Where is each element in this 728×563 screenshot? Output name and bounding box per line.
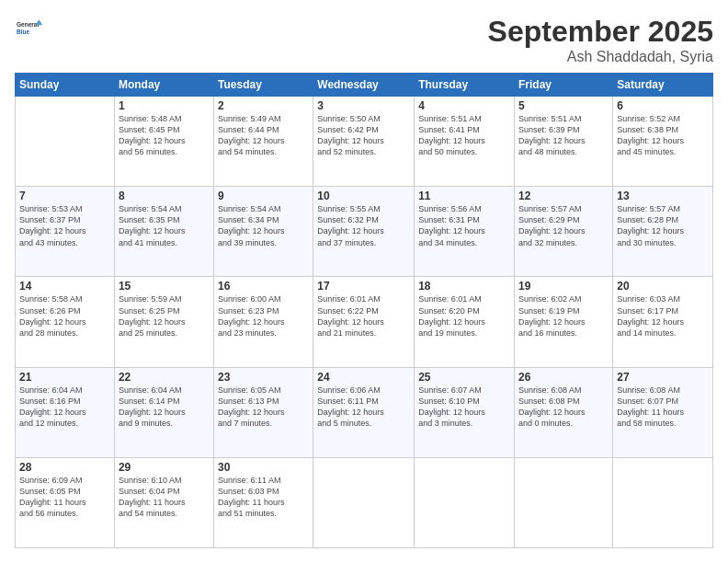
day-number: 28 [19, 461, 110, 474]
day-number: 29 [119, 461, 210, 474]
day-info: Sunrise: 5:48 AM Sunset: 6:45 PM Dayligh… [119, 113, 210, 158]
day-number: 30 [218, 461, 309, 474]
day-cell [313, 457, 415, 547]
day-cell: 9Sunrise: 5:54 AM Sunset: 6:34 PM Daylig… [214, 187, 313, 277]
day-info: Sunrise: 5:49 AM Sunset: 6:44 PM Dayligh… [218, 113, 309, 158]
day-info: Sunrise: 6:01 AM Sunset: 6:20 PM Dayligh… [418, 293, 510, 339]
day-cell: 17Sunrise: 6:01 AM Sunset: 6:22 PM Dayli… [313, 277, 415, 367]
day-info: Sunrise: 6:06 AM Sunset: 6:11 PM Dayligh… [317, 385, 410, 430]
day-info: Sunrise: 6:01 AM Sunset: 6:22 PM Dayligh… [317, 293, 410, 339]
day-number: 12 [518, 190, 609, 202]
day-number: 7 [19, 190, 110, 202]
day-cell [415, 457, 515, 547]
title-block: September 2025 Ash Shaddadah, Syria [488, 15, 713, 65]
day-info: Sunrise: 6:04 AM Sunset: 6:14 PM Dayligh… [119, 385, 210, 430]
day-number: 18 [418, 280, 510, 293]
header-saturday: Saturday [613, 74, 713, 97]
day-number: 23 [218, 371, 309, 384]
header-thursday: Thursday [415, 74, 515, 97]
day-cell: 28Sunrise: 6:09 AM Sunset: 6:05 PM Dayli… [16, 457, 115, 547]
header-wednesday: Wednesday [313, 74, 415, 97]
day-cell: 22Sunrise: 6:04 AM Sunset: 6:14 PM Dayli… [114, 367, 213, 457]
day-number: 6 [617, 99, 709, 112]
day-number: 22 [119, 371, 210, 384]
day-cell: 18Sunrise: 6:01 AM Sunset: 6:20 PM Dayli… [415, 277, 515, 367]
day-cell: 3Sunrise: 5:50 AM Sunset: 6:42 PM Daylig… [313, 97, 415, 187]
day-number: 25 [418, 371, 510, 384]
day-cell: 8Sunrise: 5:54 AM Sunset: 6:35 PM Daylig… [114, 187, 213, 277]
calendar-table: Sunday Monday Tuesday Wednesday Thursday… [15, 73, 713, 548]
week-row-4: 21Sunrise: 6:04 AM Sunset: 6:16 PM Dayli… [16, 367, 713, 457]
day-cell: 27Sunrise: 6:08 AM Sunset: 6:07 PM Dayli… [613, 367, 713, 457]
day-cell: 1Sunrise: 5:48 AM Sunset: 6:45 PM Daylig… [114, 97, 213, 187]
day-number: 3 [317, 99, 410, 112]
day-cell: 5Sunrise: 5:51 AM Sunset: 6:39 PM Daylig… [515, 97, 613, 187]
header: General Blue September 2025 Ash Shaddada… [15, 15, 713, 65]
day-cell: 24Sunrise: 6:06 AM Sunset: 6:11 PM Dayli… [313, 367, 415, 457]
day-cell: 30Sunrise: 6:11 AM Sunset: 6:03 PM Dayli… [214, 457, 313, 547]
day-info: Sunrise: 5:54 AM Sunset: 6:35 PM Dayligh… [119, 203, 210, 248]
day-number: 11 [418, 190, 510, 202]
month-title: September 2025 [488, 15, 713, 49]
svg-text:General: General [17, 21, 39, 28]
day-number: 13 [617, 190, 709, 202]
header-monday: Monday [114, 74, 213, 97]
day-cell [613, 457, 713, 547]
day-cell: 21Sunrise: 6:04 AM Sunset: 6:16 PM Dayli… [16, 367, 115, 457]
day-number: 5 [518, 99, 609, 112]
day-info: Sunrise: 5:54 AM Sunset: 6:34 PM Dayligh… [218, 203, 309, 248]
day-number: 2 [218, 99, 309, 112]
day-cell: 12Sunrise: 5:57 AM Sunset: 6:29 PM Dayli… [515, 187, 613, 277]
day-cell: 10Sunrise: 5:55 AM Sunset: 6:32 PM Dayli… [313, 187, 415, 277]
location-title: Ash Shaddadah, Syria [488, 49, 713, 65]
day-info: Sunrise: 5:51 AM Sunset: 6:41 PM Dayligh… [418, 113, 510, 158]
page: General Blue September 2025 Ash Shaddada… [0, 0, 728, 563]
day-cell: 11Sunrise: 5:56 AM Sunset: 6:31 PM Dayli… [415, 187, 515, 277]
day-info: Sunrise: 5:57 AM Sunset: 6:29 PM Dayligh… [518, 203, 609, 248]
day-number: 26 [518, 371, 609, 384]
day-number: 1 [119, 99, 210, 112]
header-tuesday: Tuesday [214, 74, 313, 97]
logo-text: General Blue [15, 15, 42, 44]
day-cell: 2Sunrise: 5:49 AM Sunset: 6:44 PM Daylig… [214, 97, 313, 187]
day-cell: 23Sunrise: 6:05 AM Sunset: 6:13 PM Dayli… [214, 367, 313, 457]
day-info: Sunrise: 5:51 AM Sunset: 6:39 PM Dayligh… [518, 113, 609, 158]
day-info: Sunrise: 5:59 AM Sunset: 6:25 PM Dayligh… [119, 293, 210, 339]
week-row-3: 14Sunrise: 5:58 AM Sunset: 6:26 PM Dayli… [16, 277, 713, 367]
day-info: Sunrise: 6:03 AM Sunset: 6:17 PM Dayligh… [617, 293, 709, 339]
header-sunday: Sunday [16, 74, 115, 97]
day-number: 10 [317, 190, 410, 202]
day-info: Sunrise: 5:57 AM Sunset: 6:28 PM Dayligh… [617, 203, 709, 248]
day-info: Sunrise: 6:07 AM Sunset: 6:10 PM Dayligh… [418, 385, 510, 430]
day-cell: 19Sunrise: 6:02 AM Sunset: 6:19 PM Dayli… [515, 277, 613, 367]
weekday-header-row: Sunday Monday Tuesday Wednesday Thursday… [16, 74, 713, 97]
day-cell: 29Sunrise: 6:10 AM Sunset: 6:04 PM Dayli… [114, 457, 213, 547]
day-info: Sunrise: 5:55 AM Sunset: 6:32 PM Dayligh… [317, 203, 410, 248]
day-number: 27 [617, 371, 709, 384]
day-info: Sunrise: 6:08 AM Sunset: 6:08 PM Dayligh… [518, 385, 609, 430]
day-cell [515, 457, 613, 547]
day-info: Sunrise: 6:04 AM Sunset: 6:16 PM Dayligh… [19, 385, 110, 430]
day-info: Sunrise: 5:53 AM Sunset: 6:37 PM Dayligh… [19, 203, 110, 248]
logo: General Blue [15, 15, 42, 44]
day-cell: 13Sunrise: 5:57 AM Sunset: 6:28 PM Dayli… [613, 187, 713, 277]
day-number: 15 [119, 280, 210, 293]
day-number: 4 [418, 99, 510, 112]
week-row-1: 1Sunrise: 5:48 AM Sunset: 6:45 PM Daylig… [16, 97, 713, 187]
day-cell: 4Sunrise: 5:51 AM Sunset: 6:41 PM Daylig… [415, 97, 515, 187]
day-number: 20 [617, 280, 709, 293]
day-cell: 7Sunrise: 5:53 AM Sunset: 6:37 PM Daylig… [16, 187, 115, 277]
header-friday: Friday [515, 74, 613, 97]
day-number: 24 [317, 371, 410, 384]
svg-text:Blue: Blue [17, 29, 29, 35]
day-info: Sunrise: 6:02 AM Sunset: 6:19 PM Dayligh… [518, 293, 609, 339]
day-cell: 6Sunrise: 5:52 AM Sunset: 6:38 PM Daylig… [613, 97, 713, 187]
day-cell: 20Sunrise: 6:03 AM Sunset: 6:17 PM Dayli… [613, 277, 713, 367]
day-number: 21 [19, 371, 110, 384]
day-info: Sunrise: 5:56 AM Sunset: 6:31 PM Dayligh… [418, 203, 510, 248]
day-info: Sunrise: 5:58 AM Sunset: 6:26 PM Dayligh… [19, 293, 110, 339]
day-info: Sunrise: 6:11 AM Sunset: 6:03 PM Dayligh… [218, 475, 309, 520]
day-cell: 16Sunrise: 6:00 AM Sunset: 6:23 PM Dayli… [214, 277, 313, 367]
day-cell: 15Sunrise: 5:59 AM Sunset: 6:25 PM Dayli… [114, 277, 213, 367]
day-number: 14 [19, 280, 110, 293]
